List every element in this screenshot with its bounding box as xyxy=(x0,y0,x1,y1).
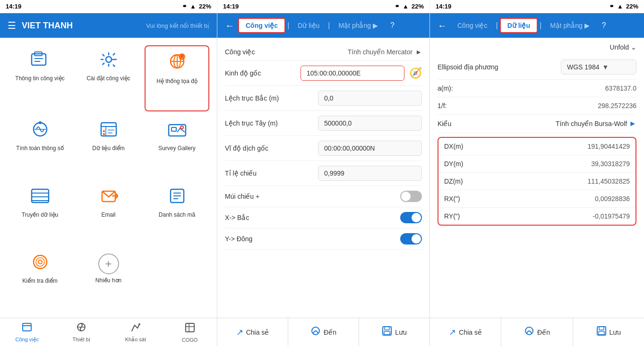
value-cong-viec[interactable]: Tính chuyển Mercator ► xyxy=(348,48,422,56)
unfold-button[interactable]: Unfold ⌄ xyxy=(438,43,636,51)
value-dy: 39,30318279 xyxy=(591,160,630,168)
app-item-cai-dat[interactable]: Cài đặt công việc xyxy=(76,45,141,111)
unfold-label: Unfold xyxy=(610,43,629,51)
toggle-y-dong[interactable] xyxy=(400,233,422,245)
tab-du-lieu-3[interactable]: Dữ liệu xyxy=(500,18,538,33)
form-row-kinh-do: Kinh độ gốc 🧭 xyxy=(225,61,422,86)
compass-icon[interactable]: 🧭 xyxy=(409,67,422,79)
footer-chia-se-3[interactable]: ↗ Chia sẻ xyxy=(430,318,501,346)
nav-cong-viec-icon xyxy=(21,321,33,336)
nav-cong-viec-label: Công việc xyxy=(15,337,39,343)
app-item-thong-tin[interactable]: Thông tin công việc xyxy=(8,45,72,111)
app-item-tinh-toan[interactable]: Tính toán thông số xyxy=(8,115,72,177)
toggle-x-bac[interactable] xyxy=(400,212,422,223)
luu-icon-2 xyxy=(382,326,392,338)
email-icon xyxy=(99,187,118,209)
form-row-ti-le: Tỉ lệ chiếu xyxy=(225,161,422,186)
nav-thiet-bi-icon xyxy=(76,321,87,336)
time-3: 14:19 xyxy=(436,3,451,10)
label-dz: DZ(m) xyxy=(444,177,463,185)
den-label-2: Đến xyxy=(324,329,336,336)
status-bar-1: 14:19 ⚭ ▲ 22% xyxy=(0,0,217,13)
tab-cong-viec-2[interactable]: Công việc xyxy=(238,18,285,33)
app-item-danh-sach[interactable]: Danh sách mã xyxy=(145,182,209,244)
nav-cong-viec[interactable]: Công việc xyxy=(0,318,54,346)
status-bar-2: 14:19 ⚭ ▲ 22% xyxy=(217,0,430,13)
value-dx: 191,90441429 xyxy=(587,143,630,150)
back-arrow-3[interactable]: ← xyxy=(438,20,447,31)
toggle-mui-chieu[interactable] xyxy=(400,191,422,202)
ellipsoid-select[interactable]: WGS 1984 ▼ xyxy=(561,59,636,75)
luu-icon-3 xyxy=(596,326,607,338)
panel-app-grid: ☰ VIET THANH Vui lòng kết nối thiết bị T… xyxy=(0,13,217,346)
footer-chia-se-2[interactable]: ↗ Chia sẻ xyxy=(217,318,288,346)
thong-tin-icon xyxy=(31,51,50,72)
nav-khao-sat-icon xyxy=(130,321,141,336)
hamburger-menu[interactable]: ☰ xyxy=(8,20,16,31)
nav-cogo-icon xyxy=(184,322,196,336)
footer-luu-2[interactable]: Lưu xyxy=(359,318,429,346)
kinh-do-input[interactable] xyxy=(301,66,404,81)
nav-cogo[interactable]: COGO xyxy=(163,318,217,346)
svg-point-4 xyxy=(106,57,112,62)
plus-icon: + xyxy=(98,253,119,274)
tab-mat-phang-2[interactable]: Mặt phẳng ▶ xyxy=(332,19,384,32)
kieu-value[interactable]: Tính chuyển Bursa-Wolf ► xyxy=(556,119,636,128)
panel-2-footer: ↗ Chia sẻ Đến Lưu xyxy=(217,318,429,346)
nav-thiet-bi[interactable]: Thiết bị xyxy=(54,318,109,346)
data-row-onef: 1/f: 298.2572236 xyxy=(438,97,636,115)
tinh-toan-label: Tính toán thông số xyxy=(16,145,63,152)
thong-tin-label: Thông tin công việc xyxy=(15,75,64,83)
data-row-dx: DX(m) 191,90441429 xyxy=(438,138,635,155)
nhieu-hon-label: Nhiều hơn xyxy=(95,277,121,285)
tab-question-2[interactable]: ? xyxy=(386,19,398,32)
label-kieu: Kiểu xyxy=(438,120,451,127)
tab-divider-2: | xyxy=(328,21,330,30)
svg-point-34 xyxy=(34,255,47,269)
data-row-dy: DY(m) 39,30318279 xyxy=(438,155,635,173)
lech-bac-input[interactable] xyxy=(318,91,422,106)
footer-den-3[interactable]: Đến xyxy=(501,318,573,346)
tab-du-lieu-2[interactable]: Dữ liệu xyxy=(291,19,326,32)
battery-1: 22% xyxy=(199,3,211,10)
app-item-du-lieu[interactable]: Dữ liệu điểm xyxy=(76,115,141,177)
chia-se-label-3: Chia sẻ xyxy=(459,329,482,336)
tab-question-3[interactable]: ? xyxy=(598,19,610,32)
footer-den-2[interactable]: Đến xyxy=(288,318,359,346)
app-item-truyen[interactable]: Truyền dữ liệu xyxy=(8,182,72,244)
label-rx: RX(") xyxy=(444,195,460,203)
svg-rect-19 xyxy=(108,129,114,131)
danh-sach-icon xyxy=(168,187,187,209)
panel-3-footer: ↗ Chia sẻ Đến Lưu xyxy=(430,318,644,346)
data-row-ry: RY(") -0,01975479 xyxy=(438,208,635,225)
app-grid: Thông tin công việc Cài đặt công việc 📍 … xyxy=(0,38,217,318)
back-arrow-2[interactable]: ← xyxy=(225,20,234,31)
data-row-am: a(m): 6378137.0 xyxy=(438,80,636,97)
label-x-bac: X-> Bắc xyxy=(225,214,282,221)
app-item-email[interactable]: Email xyxy=(76,182,141,244)
tab-cong-viec-3[interactable]: Công việc xyxy=(451,19,494,32)
app-item-survey[interactable]: Survey Gallery xyxy=(145,115,209,177)
panel-cong-viec-form: ← Công việc | Dữ liệu | Mặt phẳng ▶ ? Cô… xyxy=(217,13,430,346)
svg-point-36 xyxy=(36,258,44,266)
nav-khao-sat[interactable]: Khảo sát xyxy=(109,318,163,346)
panel-3-tabs: Công việc | Dữ liệu | Mặt phẳng ▶ ? xyxy=(451,18,610,33)
tab-mat-phang-3[interactable]: Mặt phẳng ▶ xyxy=(543,19,596,32)
footer-luu-3[interactable]: Lưu xyxy=(573,318,644,346)
svg-point-41 xyxy=(138,323,140,325)
battery-3: 22% xyxy=(626,3,638,10)
form-row-lech-tay: Lệch trục Tây (m) xyxy=(225,111,422,136)
wifi-icon-1: ▲ xyxy=(190,3,196,10)
app-item-kiem-tra[interactable]: Kiểm tra điểm xyxy=(8,248,72,310)
bursa-wolf-box: DX(m) 191,90441429 DY(m) 39,30318279 DZ(… xyxy=(438,137,636,226)
app-item-he-thong[interactable]: 📍 Hệ thống tọa độ xyxy=(145,45,209,111)
danh-sach-label: Danh sách mã xyxy=(159,211,195,219)
vi-do-input[interactable] xyxy=(318,141,422,156)
lech-tay-input[interactable] xyxy=(318,116,422,131)
du-lieu-icon xyxy=(99,121,118,142)
app-title: VIET THANH xyxy=(22,21,140,31)
ti-le-input[interactable] xyxy=(318,166,422,181)
app-item-nhieu-hon[interactable]: + Nhiều hơn xyxy=(76,248,141,310)
svg-point-35 xyxy=(38,260,42,264)
luu-label-2: Lưu xyxy=(395,329,407,336)
